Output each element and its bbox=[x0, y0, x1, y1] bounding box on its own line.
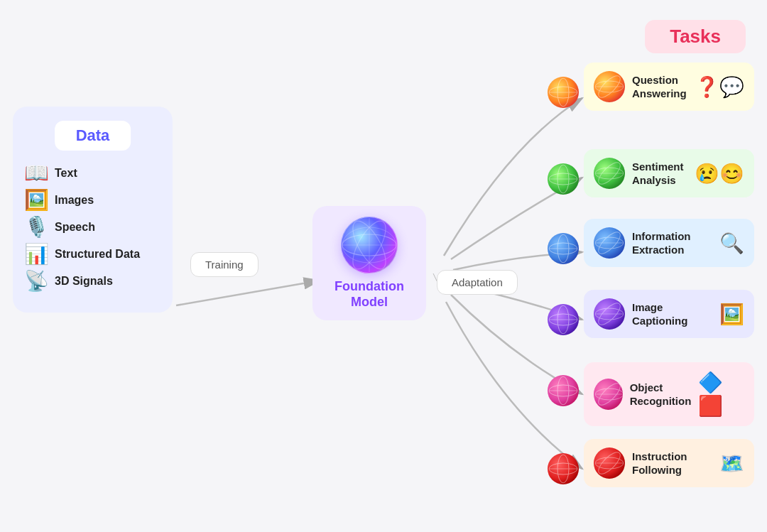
task-emoji-sa: 😢😊 bbox=[695, 162, 744, 185]
ball-if bbox=[594, 447, 625, 479]
training-label: Training bbox=[205, 259, 244, 271]
mini-ball-sa bbox=[548, 163, 579, 195]
foundation-sphere bbox=[341, 217, 398, 273]
task-label-qa: QuestionAnswering bbox=[632, 73, 687, 101]
ball-sa bbox=[594, 158, 625, 189]
ball-qa bbox=[594, 71, 625, 102]
ball-ie bbox=[594, 227, 625, 259]
mini-ball-qa bbox=[548, 77, 579, 108]
images-icon: 🖼️ bbox=[23, 190, 49, 210]
task-emoji-ic: 🖼️ bbox=[719, 303, 744, 326]
task-emoji-if: 🗺️ bbox=[719, 452, 744, 475]
data-label-3d: 3D Signals bbox=[55, 275, 113, 288]
data-label-images: Images bbox=[55, 194, 94, 207]
task-emoji-qa: ❓💬 bbox=[695, 75, 744, 99]
speech-icon: 🎙️ bbox=[23, 217, 49, 237]
data-item-speech: 🎙️ Speech bbox=[23, 217, 162, 237]
task-label-ie: InformationExtraction bbox=[632, 229, 691, 257]
3d-icon: 📡 bbox=[23, 271, 49, 291]
foundation-model-box: FoundationModel bbox=[312, 206, 426, 320]
task-card-or: ObjectRecognition 🔷🟥 bbox=[584, 362, 754, 426]
data-label-structured: Structured Data bbox=[55, 248, 140, 261]
foundation-title: FoundationModel bbox=[320, 279, 419, 310]
data-title-box: Data bbox=[55, 121, 131, 151]
data-item-text: 📖 Text bbox=[23, 163, 162, 183]
data-item-3d: 📡 3D Signals bbox=[23, 271, 162, 291]
mini-ball-if bbox=[548, 453, 579, 484]
task-emoji-or: 🔷🟥 bbox=[698, 371, 744, 418]
adaptation-box: Adaptation bbox=[437, 270, 518, 295]
task-label-ic: ImageCaptioning bbox=[632, 300, 687, 328]
task-card-ie: InformationExtraction 🔍 bbox=[584, 219, 754, 267]
text-icon: 📖 bbox=[23, 163, 49, 183]
adaptation-label: Adaptation bbox=[452, 276, 503, 288]
data-panel: Data 📖 Text 🖼️ Images 🎙️ Speech 📊 Struct… bbox=[13, 107, 173, 313]
tasks-title-box: Tasks bbox=[645, 20, 746, 53]
task-card-if: InstructionFollowing 🗺️ bbox=[584, 439, 754, 487]
data-item-structured: 📊 Structured Data bbox=[23, 244, 162, 264]
ball-or bbox=[594, 379, 623, 410]
data-item-images: 🖼️ Images bbox=[23, 190, 162, 210]
mini-ball-ic bbox=[548, 304, 579, 335]
task-card-ic: ImageCaptioning 🖼️ bbox=[584, 290, 754, 338]
mini-ball-or bbox=[548, 375, 579, 406]
data-title: Data bbox=[76, 126, 110, 144]
task-emoji-ie: 🔍 bbox=[719, 232, 744, 255]
mini-ball-ie bbox=[548, 233, 579, 264]
structured-icon: 📊 bbox=[23, 244, 49, 264]
task-card-qa: QuestionAnswering ❓💬 bbox=[584, 63, 754, 111]
task-label-if: InstructionFollowing bbox=[632, 450, 687, 477]
data-label-text: Text bbox=[55, 167, 77, 180]
task-label-or: ObjectRecognition bbox=[630, 381, 692, 408]
training-box: Training bbox=[190, 252, 259, 277]
data-label-speech: Speech bbox=[55, 221, 95, 234]
task-card-sa: SentimentAnalysis 😢😊 bbox=[584, 149, 754, 197]
tasks-title: Tasks bbox=[670, 26, 721, 47]
task-label-sa: SentimentAnalysis bbox=[632, 160, 684, 188]
ball-ic bbox=[594, 298, 625, 330]
